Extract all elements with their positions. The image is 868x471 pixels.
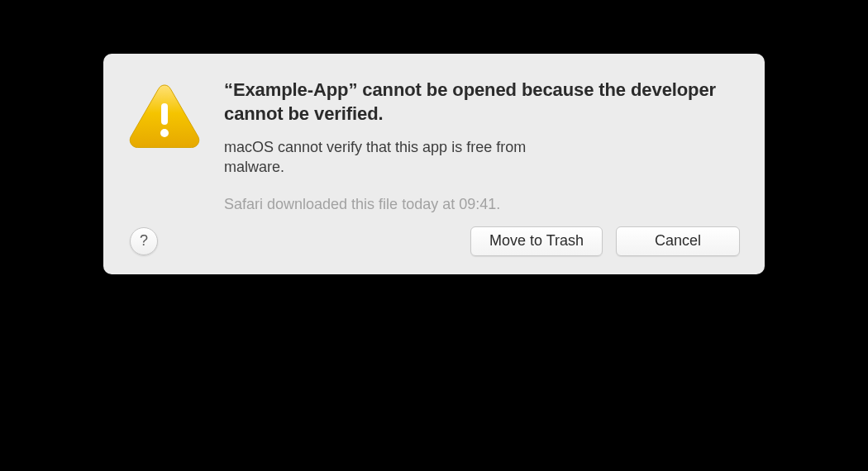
dialog-footer: ? Move to Trash Cancel bbox=[128, 226, 740, 256]
svg-rect-0 bbox=[161, 103, 168, 125]
warning-triangle-icon bbox=[128, 82, 201, 150]
dialog-subtext: macOS cannot verify that this app is fre… bbox=[224, 137, 588, 178]
help-button[interactable]: ? bbox=[130, 227, 158, 255]
dialog-body: “Example-App” cannot be opened because t… bbox=[128, 78, 740, 213]
dialog-headline: “Example-App” cannot be opened because t… bbox=[224, 78, 740, 126]
cancel-button[interactable]: Cancel bbox=[616, 226, 740, 256]
dialog-content: “Example-App” cannot be opened because t… bbox=[224, 78, 740, 213]
svg-point-1 bbox=[160, 129, 169, 137]
move-to-trash-button[interactable]: Move to Trash bbox=[470, 226, 603, 256]
dialog-download-origin: Safari downloaded this file today at 09:… bbox=[224, 196, 740, 213]
dialog-icon-column bbox=[128, 78, 201, 213]
gatekeeper-dialog: “Example-App” cannot be opened because t… bbox=[103, 54, 765, 274]
